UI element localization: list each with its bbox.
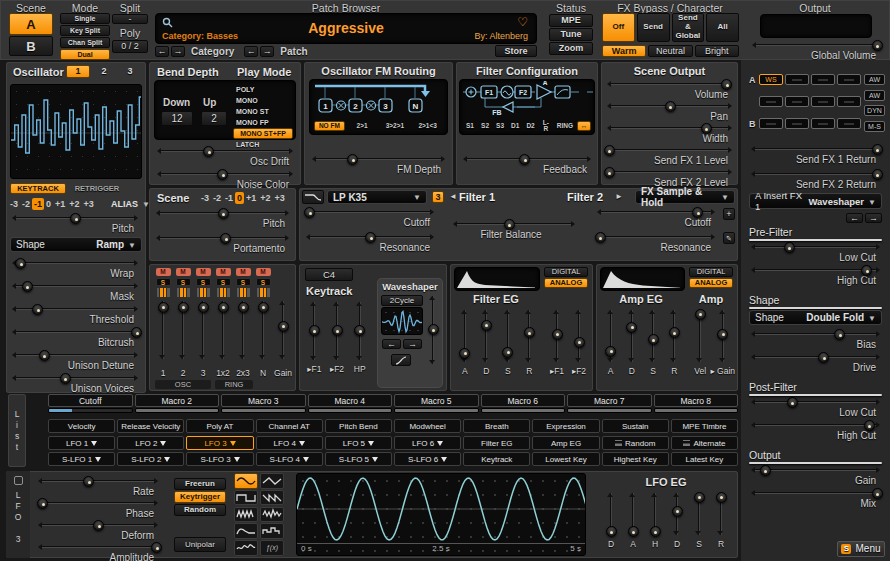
mod-source-expression[interactable]: Expression	[532, 419, 599, 433]
chan-split-button[interactable]: Chan Split	[60, 37, 110, 48]
patch-prev-button[interactable]: ←	[244, 46, 258, 57]
mute-button-3[interactable]: M	[196, 268, 211, 276]
solo-button-2x3[interactable]: S	[236, 278, 251, 286]
a-slider[interactable]	[628, 491, 639, 537]
2-1-3-button[interactable]: 2>1<3	[412, 121, 443, 131]
mod-source-amp-eg[interactable]: Amp EG	[532, 436, 599, 450]
macro-button-macro-6[interactable]: Macro 6	[481, 394, 566, 407]
waveshaper-prev-button[interactable]: ←	[382, 339, 401, 349]
octave-2[interactable]: +2	[67, 198, 81, 210]
lfo-shape-envelope-icon[interactable]	[234, 523, 258, 539]
category-next-button[interactable]: →	[171, 46, 185, 57]
x-button[interactable]: ↔	[577, 121, 591, 131]
dual-button[interactable]: Dual	[60, 49, 110, 60]
volume-slider[interactable]	[605, 79, 734, 89]
s2-button[interactable]: S2	[478, 121, 492, 131]
mod-source-s-lfo-5[interactable]: S-LFO 5	[325, 452, 392, 466]
octave-1[interactable]: -1	[32, 198, 44, 210]
fx-global-aw-2[interactable]: AW	[864, 90, 885, 101]
f2-slider[interactable]	[574, 308, 585, 364]
mod-source-s-lfo-3[interactable]: S-LFO 3	[186, 452, 253, 466]
octave-0[interactable]: 0	[235, 192, 244, 204]
mask-slider[interactable]	[10, 281, 140, 291]
oscillator-type-dropdown[interactable]: ALIAS▼	[106, 198, 144, 210]
off-button[interactable]: Off	[602, 13, 635, 42]
mute-button-1[interactable]: M	[156, 268, 171, 276]
lfo-shape-triangle-icon[interactable]	[260, 473, 284, 489]
filter2-tab[interactable]: Filter 2	[567, 191, 603, 203]
send-fx-2-return-slider[interactable]	[749, 169, 882, 179]
resonance-slider[interactable]	[595, 232, 717, 242]
octave-1[interactable]: +1	[53, 198, 67, 210]
shape-type-dropdown[interactable]: ShapeDouble Fold▼	[749, 310, 882, 325]
mute-button-1x2[interactable]: M	[216, 268, 231, 276]
mpe-button[interactable]: MPE	[549, 14, 593, 27]
cutoff-slider[interactable]	[304, 207, 436, 217]
s1-button[interactable]: S1	[463, 121, 477, 131]
s-slider[interactable]	[694, 491, 705, 537]
macro-button-macro-5[interactable]: Macro 5	[394, 394, 479, 407]
mod-source-alternate[interactable]: Alternate	[671, 436, 738, 450]
macro-value-bar-macro-4[interactable]	[308, 408, 393, 413]
macro-button-macro-2[interactable]: Macro 2	[135, 394, 220, 407]
drive-slider[interactable]	[178, 299, 189, 361]
solo-button-1[interactable]: S	[156, 278, 171, 286]
macro-button-macro-8[interactable]: Macro 8	[654, 394, 739, 407]
mod-source-mpe-timbre[interactable]: MPE Timbre	[671, 419, 738, 433]
mute-button-2[interactable]: M	[176, 268, 191, 276]
patch-display[interactable]: Category: Basses Aggressive By: Altenber…	[155, 13, 537, 44]
macro-button-macro-4[interactable]: Macro 4	[308, 394, 393, 407]
3-button[interactable]: 3	[118, 65, 142, 78]
keytrack-button[interactable]: KEYTRACK	[10, 183, 66, 194]
mono-st-button[interactable]: MONO ST	[233, 106, 293, 117]
lfo-tab[interactable]: LFO 3	[6, 471, 30, 558]
mod-source-filter-eg[interactable]: Filter EG	[463, 436, 530, 450]
amp-eg-digital-button[interactable]: DIGITAL	[689, 267, 733, 277]
fx-slot-a1[interactable]: WS	[759, 74, 783, 85]
pitch-slider[interactable]	[154, 208, 291, 218]
2-1-button[interactable]: 2>1	[347, 121, 378, 131]
fx-slot-a4[interactable]	[837, 74, 861, 85]
rate-slider[interactable]	[36, 476, 160, 486]
macro-button-macro-3[interactable]: Macro 3	[221, 394, 306, 407]
macro-button-cutoff[interactable]: Cutoff	[48, 394, 133, 407]
threshold-slider[interactable]	[10, 304, 140, 314]
width-slider[interactable]	[605, 123, 734, 133]
1-button[interactable]: 1	[66, 65, 90, 78]
deform-slider[interactable]	[36, 520, 160, 530]
lfo-shape-square-icon[interactable]	[234, 490, 258, 506]
fx-slot-b4[interactable]	[837, 118, 861, 129]
filter2-next-icon[interactable]: ►	[615, 192, 623, 201]
keytrack-note-display[interactable]: C4	[305, 268, 353, 281]
high-cut-slider[interactable]	[749, 265, 882, 275]
fx-slot-b3[interactable]	[811, 118, 835, 129]
hp-slider[interactable]	[354, 300, 365, 362]
bias-slider[interactable]	[749, 329, 882, 339]
octave-2[interactable]: -2	[20, 198, 32, 210]
r-slider[interactable]	[524, 308, 535, 364]
mod-source-sustain[interactable]: Sustain	[602, 419, 669, 433]
macro-value-bar-macro-5[interactable]	[394, 408, 479, 413]
fx-slot-send2[interactable]	[785, 96, 809, 107]
mod-source-random[interactable]: Random	[602, 436, 669, 450]
mod-source-latest-key[interactable]: Latest Key	[671, 452, 738, 466]
poly-button[interactable]: POLY	[233, 84, 293, 95]
amplitude-slider[interactable]	[36, 542, 160, 552]
keytrigger-button[interactable]: Keytrigger	[174, 491, 226, 503]
waveshaper-type-selector[interactable]: 2Cycle	[381, 295, 423, 306]
a-slider[interactable]	[459, 308, 470, 364]
mute-button-2x3[interactable]: M	[236, 268, 251, 276]
store-button[interactable]: Store	[495, 45, 537, 57]
favorite-heart-icon[interactable]: ♡	[517, 15, 528, 29]
macro-value-bar-macro-3[interactable]	[221, 408, 306, 413]
mod-source-highest-key[interactable]: Highest Key	[602, 452, 669, 466]
d1-button[interactable]: D1	[508, 121, 522, 131]
fx-global-aw-1[interactable]: AW	[864, 74, 885, 85]
random-button[interactable]: Random	[174, 504, 226, 516]
mod-source-s-lfo-2[interactable]: S-LFO 2	[117, 452, 184, 466]
freerun-button[interactable]: Freerun	[174, 478, 226, 490]
d-slider[interactable]	[626, 308, 637, 364]
all-button[interactable]: All	[706, 13, 739, 42]
filter1-type-dropdown[interactable]: LP K35▼	[327, 190, 427, 204]
noise-color-slider[interactable]	[155, 169, 295, 179]
